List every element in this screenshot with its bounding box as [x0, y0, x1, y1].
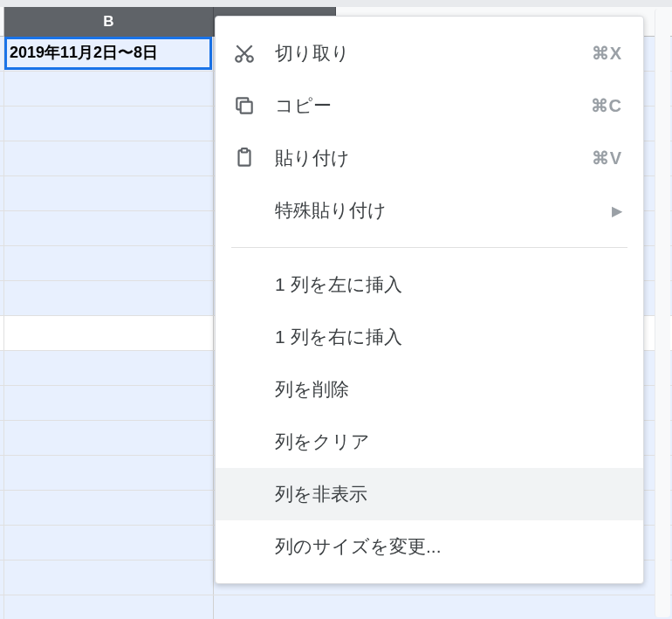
menu-label: 1 列を左に挿入	[275, 272, 622, 297]
menu-divider	[231, 247, 627, 248]
svg-rect-6	[242, 148, 248, 152]
menu-label: コピー	[275, 93, 591, 118]
menu-label: 列を非表示	[275, 482, 622, 506]
svg-rect-4	[241, 102, 252, 113]
menu-item-paste[interactable]: 貼り付け ⌘V	[216, 132, 643, 184]
menu-item-insert-right[interactable]: 1 列を右に挿入	[216, 311, 643, 363]
svg-point-0	[236, 56, 242, 62]
menu-label: 1 列を右に挿入	[275, 325, 622, 349]
copy-icon	[233, 94, 275, 117]
submenu-arrow-icon: ▶	[612, 203, 622, 219]
menu-item-delete-column[interactable]: 列を削除	[216, 363, 643, 416]
menu-label: 列のサイズを変更...	[275, 534, 622, 559]
menu-label: 特殊貼り付け	[275, 198, 612, 223]
context-menu: 切り取り ⌘X コピー ⌘C 貼り付け ⌘V 特殊貼り付け ▶ 1 列を左に挿入	[215, 16, 644, 584]
paste-icon	[233, 147, 275, 169]
top-gray-bar	[0, 0, 672, 7]
menu-label: 貼り付け	[275, 146, 592, 170]
menu-item-cut[interactable]: 切り取り ⌘X	[216, 27, 643, 79]
menu-item-copy[interactable]: コピー ⌘C	[216, 79, 643, 132]
menu-label: 切り取り	[275, 41, 592, 65]
cut-icon	[233, 42, 275, 65]
menu-item-insert-left[interactable]: 1 列を左に挿入	[216, 258, 643, 311]
menu-item-paste-special[interactable]: 特殊貼り付け ▶	[216, 184, 643, 237]
menu-item-clear-column[interactable]: 列をクリア	[216, 416, 643, 468]
column-header-b[interactable]: B	[4, 7, 214, 37]
menu-label: 列をクリア	[275, 430, 622, 454]
menu-shortcut: ⌘V	[592, 148, 622, 169]
vertical-scrollbar[interactable]	[655, 9, 670, 617]
menu-item-hide-column[interactable]: 列を非表示	[216, 468, 643, 520]
menu-label: 列を削除	[275, 377, 622, 402]
menu-shortcut: ⌘X	[592, 43, 622, 64]
svg-point-1	[247, 56, 253, 62]
cell-b1[interactable]: 2019年11月2日〜8日	[4, 37, 214, 71]
menu-shortcut: ⌘C	[591, 95, 622, 116]
menu-item-resize-column[interactable]: 列のサイズを変更...	[216, 520, 643, 573]
table-row[interactable]	[0, 595, 672, 619]
